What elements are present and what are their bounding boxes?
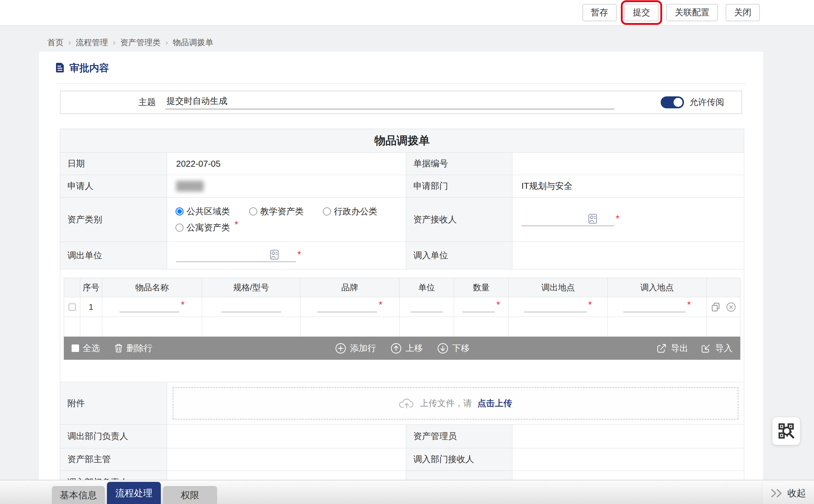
qr-scan-button[interactable] [772, 417, 801, 445]
in-dept-head-extra-value [513, 471, 744, 480]
items-header-row: 序号 物品名称 规格/型号 品牌 单位 数量 调出地点 调入地点 [64, 278, 740, 297]
item-brand-input[interactable]: * [317, 297, 382, 317]
select-all-checkbox[interactable] [72, 344, 79, 352]
allow-circulation-toggle[interactable] [661, 96, 684, 108]
item-out-location-input[interactable]: * [525, 297, 592, 317]
items-header-actions [707, 278, 740, 297]
radio-public-area-label[interactable]: 公共区域类 [187, 206, 230, 218]
toggle-knob [672, 97, 684, 108]
tab-basic-info[interactable]: 基本信息 [52, 486, 105, 504]
radio-admin-office[interactable] [323, 207, 331, 215]
applicant-value [167, 175, 406, 197]
radio-teaching-asset[interactable] [249, 207, 257, 215]
doc-no-label: 单据编号 [406, 153, 513, 175]
upload-link[interactable]: 点击上传 [478, 397, 512, 409]
upload-hint: 上传文件，请 [420, 397, 472, 409]
asset-dept-manager-label: 资产部主管 [60, 448, 167, 470]
date-value[interactable]: 2022-07-05 [167, 153, 406, 175]
breadcrumb-asset-category[interactable]: 资产管理类 [120, 37, 160, 48]
tab-permissions[interactable]: 权限 [163, 486, 217, 504]
plus-circle-icon [334, 342, 346, 354]
applicant-name-redacted [176, 181, 204, 192]
move-down-button[interactable]: 下移 [437, 342, 470, 354]
radio-admin-office-label[interactable]: 行政办公类 [334, 206, 377, 218]
form-title-row: 物品调拨单 [60, 129, 744, 152]
asset-receiver-input[interactable]: * [522, 213, 619, 226]
add-row-label: 添加行 [350, 342, 376, 354]
move-up-label: 上移 [405, 342, 423, 354]
asset-admin-label: 资产管理员 [406, 425, 513, 448]
asset-dept-manager-value [167, 448, 406, 470]
select-all-control[interactable]: 全选 [72, 342, 100, 354]
out-dept-head-value [167, 425, 406, 448]
delete-rows-button[interactable]: 删除行 [114, 342, 152, 354]
section-divider [56, 83, 746, 84]
import-label: 导入 [715, 342, 733, 354]
item-name-input[interactable]: * [119, 297, 184, 317]
item-row-empty [64, 317, 740, 336]
items-header-spec: 规格/型号 [202, 278, 300, 297]
arrow-up-circle-icon [390, 342, 402, 354]
collapse-button[interactable]: 收起 [763, 482, 814, 504]
radio-teaching-asset-label[interactable]: 教学资产类 [260, 206, 304, 218]
item-spec-input[interactable] [221, 297, 281, 317]
move-up-button[interactable]: 上移 [390, 342, 423, 354]
asset-category-row: 资产类别 公共区域类 教学资产类 行政办公类 公寓资产类 [60, 197, 744, 242]
breadcrumb-current-page: 物品调拨单 [173, 37, 213, 48]
items-section-row: 序号 物品名称 规格/型号 品牌 单位 数量 调出地点 调入地点 [60, 269, 744, 382]
in-dept-head-value [167, 471, 406, 480]
transfer-in-unit-value [513, 242, 744, 269]
asset-receiver-label: 资产接收人 [406, 198, 513, 242]
tab-process-handling[interactable]: 流程处理 [107, 482, 161, 504]
items-header-brand: 品牌 [300, 278, 399, 297]
asset-admin-value [513, 425, 744, 448]
in-dept-receiver-label: 调入部门接收人 [406, 448, 513, 470]
item-qty-input[interactable]: * [463, 297, 500, 317]
radio-apartment-asset-label[interactable]: 公寓资产类 [187, 222, 230, 234]
breadcrumb-separator: › [113, 38, 116, 47]
breadcrumb-separator: › [165, 38, 168, 47]
upload-dropzone[interactable]: 上传文件，请 点击上传 [172, 387, 739, 420]
breadcrumb: 首页 › 流程管理 › 资产管理类 › 物品调拨单 [47, 37, 213, 48]
save-draft-button[interactable]: 暂存 [583, 4, 617, 21]
item-in-location-input[interactable]: * [623, 297, 691, 317]
arrow-down-circle-icon [437, 342, 449, 354]
approval-content-card: 审批内容 主题 提交时自动生成 允许传阅 物品调拨单 日期 2022-07-05… [39, 52, 763, 480]
transfer-out-unit-value: * [167, 242, 406, 269]
in-dept-head-label: 调入部门负责人 [60, 471, 167, 480]
asset-category-label: 资产类别 [60, 198, 167, 242]
asset-receiver-value: * [513, 198, 744, 242]
row-checkbox[interactable] [69, 303, 76, 311]
related-config-button[interactable]: 关联配置 [666, 4, 718, 21]
transfer-in-unit-label: 调入单位 [406, 242, 513, 269]
breadcrumb-separator: › [68, 38, 71, 47]
subject-input[interactable]: 提交时自动生成 [165, 95, 615, 110]
breadcrumb-home[interactable]: 首页 [47, 37, 63, 48]
items-toolbar: 全选 删除行 添加行 [64, 337, 740, 360]
breadcrumb-process-mgmt[interactable]: 流程管理 [76, 37, 108, 48]
subject-label: 主题 [60, 96, 165, 108]
doc-no-value [513, 153, 744, 175]
section-title: 审批内容 [69, 61, 109, 75]
export-button[interactable]: 导出 [656, 342, 688, 354]
in-dept-head-row: 调入部门负责人 [60, 470, 744, 480]
submit-button[interactable]: 提交 [625, 4, 659, 21]
items-header-unit: 单位 [399, 278, 454, 297]
item-unit-input[interactable] [411, 297, 443, 317]
add-row-button[interactable]: 添加行 [334, 342, 376, 354]
delete-row-icon[interactable] [726, 302, 736, 312]
copy-row-icon[interactable] [711, 302, 721, 312]
close-button[interactable]: 关闭 [726, 4, 760, 21]
items-header-checkbox-col [64, 278, 80, 297]
import-button[interactable]: 导入 [700, 342, 733, 354]
contact-picker-icon [269, 249, 279, 260]
top-action-bar: 暂存 提交 关联配置 关闭 [0, 0, 814, 26]
items-table: 序号 物品名称 规格/型号 品牌 单位 数量 调出地点 调入地点 [64, 278, 740, 337]
transfer-units-row: 调出单位 * 调入单位 [60, 242, 744, 269]
asset-dept-manager-row: 资产部主管 调入部门接收人 [60, 448, 744, 470]
transfer-form-table: 物品调拨单 日期 2022-07-05 单据编号 申请人 申请部门 IT规划与安… [60, 129, 744, 480]
radio-apartment-asset[interactable] [175, 224, 184, 232]
radio-public-area[interactable] [175, 207, 184, 215]
delete-rows-label: 删除行 [126, 342, 152, 354]
transfer-out-unit-input[interactable]: * [176, 249, 301, 262]
